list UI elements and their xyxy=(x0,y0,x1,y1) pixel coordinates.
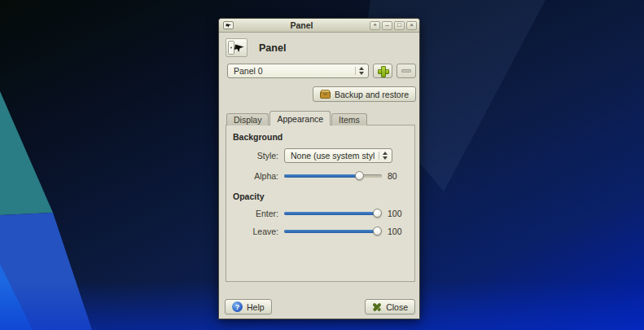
close-x-icon xyxy=(372,302,382,312)
minus-icon xyxy=(401,69,411,73)
help-button-label: Help xyxy=(247,302,265,312)
add-panel-button[interactable] xyxy=(373,64,392,78)
panel-app-icon xyxy=(226,38,248,57)
enter-opacity-row: Enter: 100 xyxy=(239,208,408,218)
dialog-header: Panel xyxy=(219,33,419,62)
backup-row: Backup and restore xyxy=(219,78,419,102)
window-panel-icon xyxy=(223,21,234,29)
maximize-button[interactable]: □ xyxy=(394,21,405,30)
close-window-button[interactable]: × xyxy=(406,21,417,30)
leave-opacity-row: Leave: 100 xyxy=(239,226,408,236)
tab-items[interactable]: Items xyxy=(331,113,367,125)
help-button[interactable]: ? Help xyxy=(225,299,272,315)
dialog-footer: ? Help Close xyxy=(225,299,415,315)
combobox-spinner-icon[interactable] xyxy=(379,152,388,160)
spinner-up-icon xyxy=(383,152,388,155)
slider-fill xyxy=(284,230,378,233)
alpha-slider[interactable] xyxy=(284,170,382,181)
style-label: Style: xyxy=(239,151,278,161)
panel-combobox[interactable]: Panel 0 xyxy=(227,64,369,78)
backup-and-restore-button[interactable]: Backup and restore xyxy=(313,86,416,102)
enter-slider-handle[interactable] xyxy=(373,209,382,218)
stick-button[interactable]: + xyxy=(370,21,380,30)
spinner-up-icon xyxy=(359,67,364,70)
plus-icon xyxy=(378,66,388,76)
spinner-down-icon xyxy=(383,156,388,160)
enter-value: 100 xyxy=(388,209,408,218)
titlebar[interactable]: Panel + – □ × xyxy=(219,19,419,33)
combobox-spinner-icon[interactable] xyxy=(355,67,364,75)
desktop-wallpaper: Panel + – □ × Panel Panel 0 xyxy=(0,0,644,330)
style-combobox-value: None (use system style) xyxy=(291,151,375,161)
style-combobox[interactable]: None (use system style) xyxy=(284,148,392,163)
backup-button-label: Backup and restore xyxy=(335,90,409,99)
tab-display[interactable]: Display xyxy=(226,113,269,125)
alpha-row: Alpha: 80 xyxy=(239,170,408,181)
close-button[interactable]: Close xyxy=(365,299,415,315)
leave-opacity-slider[interactable] xyxy=(284,226,382,236)
archive-icon xyxy=(320,90,331,99)
opacity-section-heading: Opacity xyxy=(233,191,408,201)
appearance-tab-panel: Background Style: None (use system style… xyxy=(226,125,415,282)
dialog-title: Panel xyxy=(259,42,286,54)
panel-combobox-value: Panel 0 xyxy=(234,66,351,76)
close-button-label: Close xyxy=(386,302,408,312)
alpha-label: Alpha: xyxy=(239,171,278,181)
enter-label: Enter: xyxy=(239,209,278,218)
background-section-heading: Background xyxy=(233,132,408,142)
spinner-down-icon xyxy=(359,72,364,75)
style-row: Style: None (use system style) xyxy=(239,148,408,163)
help-icon: ? xyxy=(232,301,243,312)
tab-bar: Display Appearance Items xyxy=(226,111,419,125)
leave-slider-handle[interactable] xyxy=(373,227,382,235)
slider-fill xyxy=(284,174,360,178)
alpha-slider-handle[interactable] xyxy=(355,171,364,180)
minimize-button[interactable]: – xyxy=(382,21,392,30)
tab-appearance[interactable]: Appearance xyxy=(269,111,331,125)
window-title: Panel xyxy=(235,20,368,30)
panel-preferences-window: Panel + – □ × Panel Panel 0 xyxy=(218,18,420,319)
slider-fill xyxy=(284,212,378,215)
remove-panel-button[interactable] xyxy=(396,64,416,78)
alpha-value: 80 xyxy=(388,171,408,181)
panel-selector-row: Panel 0 xyxy=(219,62,419,78)
leave-label: Leave: xyxy=(239,227,278,236)
leave-value: 100 xyxy=(388,227,408,236)
enter-opacity-slider[interactable] xyxy=(284,208,382,218)
